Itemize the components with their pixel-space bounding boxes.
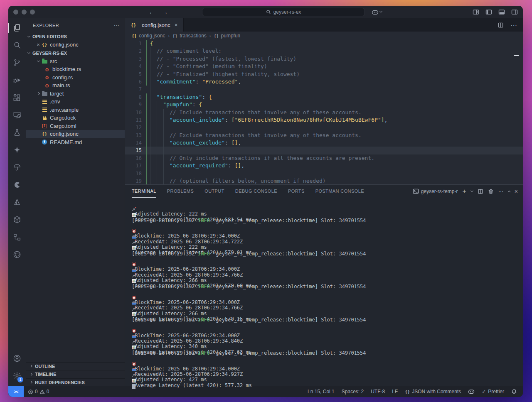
section-outline[interactable]: OUTLINE bbox=[26, 362, 125, 370]
kill-terminal-icon[interactable] bbox=[488, 189, 494, 194]
code-line-17[interactable]: 17 "account_required": [], bbox=[125, 162, 523, 169]
code-line-1[interactable]: 1{ bbox=[125, 40, 523, 47]
panel-tab-terminal[interactable]: TERMINAL bbox=[132, 185, 156, 198]
activity-item-github[interactable] bbox=[8, 246, 26, 263]
activity-item-umbrella[interactable] bbox=[8, 159, 26, 176]
more-actions-icon[interactable]: ⋯ bbox=[114, 22, 120, 29]
maximize-panel-icon[interactable] bbox=[507, 191, 510, 194]
account-icon bbox=[12, 354, 22, 363]
code-line-9[interactable]: 9 "pumpfun": { bbox=[125, 101, 523, 108]
split-editor-icon[interactable] bbox=[498, 22, 504, 28]
activity-item-cube[interactable] bbox=[8, 211, 26, 228]
breadcrumb-item[interactable]: {}config.jsonc bbox=[132, 33, 165, 39]
tree-item--env-sample[interactable]: .env.sample bbox=[26, 106, 125, 114]
split-terminal-icon[interactable] bbox=[478, 189, 483, 194]
command-center-search[interactable]: geyser-rs-ex bbox=[202, 8, 365, 16]
activity-item-references[interactable] bbox=[8, 228, 26, 246]
toggle-primary-sidebar-icon[interactable] bbox=[485, 9, 492, 15]
code-line-11[interactable]: 11 "account_include": ["6EF8rrecthR5Dkzo… bbox=[125, 116, 523, 124]
toggle-panel-icon[interactable] bbox=[498, 9, 505, 15]
tree-item-main-rs[interactable]: ⚙main.rs bbox=[26, 81, 125, 90]
close-panel-icon[interactable]: × bbox=[515, 188, 518, 195]
tree-item-config-rs[interactable]: ⚙config.rs bbox=[26, 74, 125, 82]
new-terminal-icon[interactable]: + bbox=[462, 188, 466, 195]
tree-item-readme-md[interactable]: iREADME.md bbox=[26, 138, 125, 147]
status-spaces-2[interactable]: Spaces: 2 bbox=[342, 389, 364, 395]
activity-item-account[interactable] bbox=[8, 350, 26, 367]
activity-item-remote-explorer[interactable] bbox=[8, 106, 26, 124]
panel-tab-debug-console[interactable]: DEBUG CONSOLE bbox=[235, 185, 277, 198]
activity-item-run-debug[interactable] bbox=[8, 71, 26, 89]
code-line-10[interactable]: 10 // Include transactions that involve … bbox=[125, 109, 523, 116]
code-line-16[interactable]: 16 // Only include transactions if all t… bbox=[125, 154, 523, 162]
code-line-2[interactable]: 2 // commitment level: bbox=[125, 47, 523, 55]
tree-item-cargo-lock[interactable]: Cargo.lock bbox=[26, 114, 125, 122]
window-controls[interactable] bbox=[13, 10, 35, 15]
code-line-4[interactable]: 4 // - "Confirmed" (medium finality) bbox=[125, 63, 523, 70]
code-line-12[interactable]: 12 bbox=[125, 124, 523, 131]
forward-icon[interactable]: → bbox=[162, 9, 168, 15]
close-tab-icon[interactable]: × bbox=[173, 22, 179, 28]
tree-item-blocktime-rs[interactable]: ⚙blocktime.rs bbox=[26, 65, 125, 74]
open-editor-item[interactable]: ×{}config.jsonc bbox=[26, 41, 125, 49]
zoom-window-button[interactable] bbox=[30, 10, 35, 15]
status-bell[interactable] bbox=[511, 389, 517, 395]
remote-indicator[interactable]: >< bbox=[8, 386, 24, 397]
activity-item-copilot-chat[interactable] bbox=[8, 141, 26, 159]
minimize-window-button[interactable] bbox=[22, 10, 27, 15]
tree-item-config-jsonc[interactable]: {}config.jsonc bbox=[26, 130, 125, 138]
code-line-15[interactable]: 15 bbox=[125, 147, 523, 154]
close-editor-icon[interactable]: × bbox=[35, 42, 41, 48]
section-rust-dependencies[interactable]: RUST DEPENDENCIES bbox=[26, 378, 125, 387]
breadcrumb-item[interactable]: {}transactions bbox=[172, 33, 207, 39]
customize-layout-icon[interactable] bbox=[473, 9, 479, 15]
panel-tab-ports[interactable]: PORTS bbox=[288, 185, 305, 198]
tree-item--env[interactable]: .env bbox=[26, 98, 125, 106]
code-line-18[interactable]: 18 bbox=[125, 170, 523, 177]
toggle-secondary-sidebar-icon[interactable] bbox=[511, 9, 518, 15]
code-line-13[interactable]: 13 // Exclude transactions that involve … bbox=[125, 132, 523, 139]
code-line-5[interactable]: 5 // - "Finalized" (highest finality, sl… bbox=[125, 71, 523, 78]
status-copilot[interactable] bbox=[468, 388, 475, 395]
terminal-instance[interactable]: geyser-rs-temp-r bbox=[413, 188, 458, 194]
activity-item-testing[interactable] bbox=[8, 124, 26, 141]
copilot-menu[interactable] bbox=[372, 6, 382, 18]
status-lf[interactable]: LF bbox=[392, 389, 398, 395]
tree-item-target[interactable]: target bbox=[26, 90, 125, 98]
code-editor[interactable]: 1{2 // commitment level:3 // - "Processe… bbox=[125, 40, 523, 184]
status-json-with-comments[interactable]: {}JSON with Comments bbox=[405, 389, 461, 395]
panel-more-icon[interactable]: ⋯ bbox=[498, 189, 503, 194]
activity-item-search[interactable] bbox=[8, 37, 26, 54]
editor-more-actions-icon[interactable]: ⋯ bbox=[510, 21, 517, 29]
code-line-7[interactable]: 7 bbox=[125, 86, 523, 93]
tree-item-cargo-toml[interactable]: TCargo.toml bbox=[26, 122, 125, 130]
terminal-output[interactable]: Adjusted Latency: 222 ms Average Latency… bbox=[125, 198, 523, 389]
activity-item-explorer[interactable] bbox=[8, 19, 26, 37]
activity-item-circle-notch[interactable] bbox=[8, 176, 26, 194]
panel-tab-problems[interactable]: PROBLEMS bbox=[167, 185, 194, 198]
code-line-3[interactable]: 3 // - "Processed" (fastest, lowest fina… bbox=[125, 55, 523, 63]
code-line-19[interactable]: 19 // (optional filters below, uncomment… bbox=[125, 177, 523, 184]
terminal-dropdown-icon[interactable] bbox=[470, 189, 473, 192]
activity-item-source-control[interactable] bbox=[8, 54, 26, 71]
status-utf-8[interactable]: UTF-8 bbox=[371, 389, 385, 395]
workspace-section[interactable]: GEYSER-RS-EX bbox=[26, 49, 125, 57]
activity-item-pyramid[interactable] bbox=[8, 194, 26, 211]
back-icon[interactable]: ← bbox=[149, 9, 155, 15]
status-prettier[interactable]: ✓Prettier bbox=[482, 389, 504, 395]
activity-item-extensions[interactable] bbox=[8, 89, 26, 106]
code-line-8[interactable]: 8 "transactions": { bbox=[125, 93, 523, 101]
code-line-6[interactable]: 6 "commitment": "Processed", bbox=[125, 78, 523, 86]
open-editors-section[interactable]: OPEN EDITORS bbox=[26, 32, 125, 41]
status-ln-15-col-1[interactable]: Ln 15, Col 1 bbox=[308, 389, 335, 395]
tree-item-src[interactable]: src bbox=[26, 57, 125, 66]
panel-tab-postman-console[interactable]: POSTMAN CONSOLE bbox=[315, 185, 364, 198]
breadcrumb-item[interactable]: {}pumpfun bbox=[214, 33, 241, 39]
panel-tab-output[interactable]: OUTPUT bbox=[204, 185, 224, 198]
close-window-button[interactable] bbox=[13, 10, 18, 15]
code-line-14[interactable]: 14 "account_exclude": [], bbox=[125, 139, 523, 147]
section-timeline[interactable]: TIMELINE bbox=[26, 370, 125, 378]
problems-status[interactable]: 0 0 bbox=[28, 389, 49, 395]
activity-item-settings[interactable]: 1 bbox=[8, 367, 26, 385]
tab-config-jsonc[interactable]: {} config.jsonc × bbox=[125, 18, 184, 32]
